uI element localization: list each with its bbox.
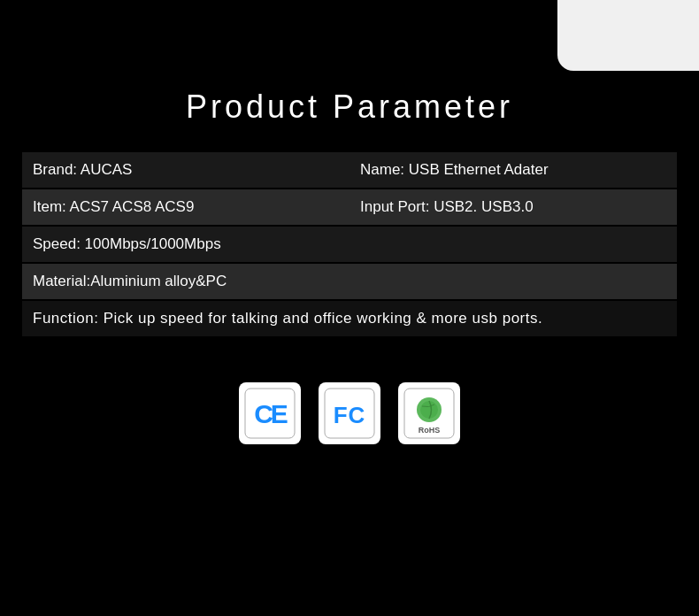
svg-text:FC: FC: [334, 402, 366, 428]
table-row: Item: ACS7 ACS8 ACS9 Input Port: USB2. U…: [22, 189, 677, 226]
table-row: Function: Pick up speed for talking and …: [22, 300, 677, 337]
table-row: Brand: AUCAS Name: USB Ethernet Adater: [22, 152, 677, 189]
ce-logo: CE: [243, 387, 296, 440]
page-title: Product Parameter: [0, 89, 699, 126]
table-row: Material:Aluminium alloy&PC: [22, 263, 677, 300]
brand-cell: Brand: AUCAS: [22, 152, 350, 189]
function-cell: Function: Pick up speed for talking and …: [22, 300, 677, 337]
material-cell: Material:Aluminium alloy&PC: [22, 263, 677, 300]
name-cell: Name: USB Ethernet Adater: [350, 152, 677, 189]
top-right-card: [557, 0, 699, 71]
svg-text:CE: CE: [254, 399, 288, 428]
svg-text:RoHS: RoHS: [419, 426, 441, 435]
speed-cell: Speed: 100Mbps/1000Mbps: [22, 226, 677, 263]
ce-badge: CE: [239, 382, 301, 444]
rohs-badge: RoHS: [398, 382, 460, 444]
fc-badge: FC: [319, 382, 380, 444]
input-port-cell: Input Port: USB2. USB3.0: [350, 189, 677, 226]
rohs-logo: RoHS: [403, 387, 456, 440]
table-row: Speed: 100Mbps/1000Mbps: [22, 226, 677, 263]
svg-point-9: [420, 401, 438, 419]
item-cell: Item: ACS7 ACS8 ACS9: [22, 189, 350, 226]
certification-section: CE FC RoHS: [0, 382, 699, 444]
product-parameter-table: Brand: AUCAS Name: USB Ethernet Adater I…: [22, 152, 677, 338]
fc-logo: FC: [323, 387, 376, 440]
